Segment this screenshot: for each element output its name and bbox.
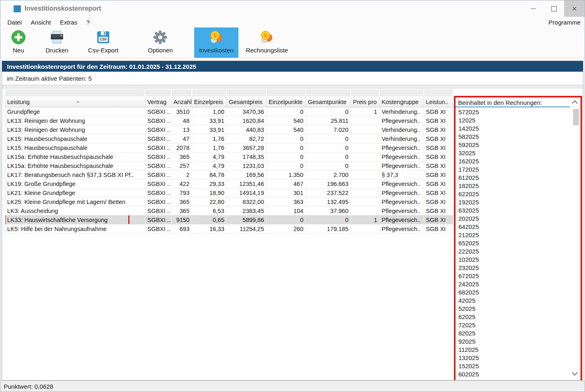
- invoice-number-item[interactable]: 242025: [458, 280, 580, 288]
- cell[interactable]: 4,79: [192, 152, 227, 161]
- table-row[interactable]: LK19: Große GrundpflegeSGBXI ..42229,331…: [5, 179, 453, 188]
- cell[interactable]: 179.185: [306, 224, 351, 233]
- invoice-number-item[interactable]: 232025: [458, 264, 580, 272]
- cell[interactable]: SGBXI ..: [145, 179, 171, 188]
- cell[interactable]: 132.495: [306, 197, 351, 206]
- invoice-number-item[interactable]: 12025: [458, 116, 580, 125]
- cell[interactable]: SGBXI ..: [145, 161, 171, 170]
- maximize-button[interactable]: [544, 0, 564, 17]
- invoice-number-item[interactable]: 212025: [458, 231, 580, 239]
- table-row[interactable]: LK5: Hilfe bei der NahrungsaufnahmeSGBXI…: [5, 224, 453, 233]
- cell[interactable]: 5899,86: [227, 215, 266, 224]
- cell[interactable]: SGB XI: [424, 206, 453, 215]
- cell[interactable]: 84,78: [192, 170, 227, 179]
- invoice-number-item[interactable]: 622025: [458, 190, 580, 198]
- cell[interactable]: Verhinderung..: [379, 134, 424, 143]
- cell[interactable]: Pflegeversich..: [379, 152, 424, 161]
- cell[interactable]: [351, 170, 379, 179]
- cell[interactable]: Pflegeversich..: [379, 161, 424, 170]
- cell[interactable]: LK33: Hauswirtschaftliche Versorgung: [5, 215, 145, 224]
- cell[interactable]: 301: [266, 188, 306, 197]
- scroll-down-icon[interactable]: [573, 371, 577, 375]
- invoice-number-item[interactable]: 162025: [458, 157, 580, 165]
- cell[interactable]: SGB XI: [424, 134, 453, 143]
- invoice-number-item[interactable]: 102025: [458, 256, 580, 264]
- cell[interactable]: 540: [266, 116, 306, 125]
- cell[interactable]: 467: [266, 179, 306, 188]
- cell[interactable]: SGB XI: [424, 197, 453, 206]
- cell[interactable]: Pflegeversich..: [379, 206, 424, 215]
- table-row[interactable]: LK25: Kleine Grundpflege mit Lagern/ Bet…: [5, 197, 453, 206]
- invoice-number-item[interactable]: 62025: [458, 313, 580, 321]
- cell[interactable]: 0: [266, 161, 306, 170]
- cell[interactable]: [351, 197, 379, 206]
- invoice-number-item[interactable]: 592025: [458, 141, 580, 149]
- cell[interactable]: SGBXI ..: [145, 152, 171, 161]
- cell[interactable]: 0: [266, 134, 306, 143]
- cell[interactable]: SGB XI: [424, 152, 453, 161]
- cell[interactable]: SGB XI: [424, 224, 453, 233]
- table-row[interactable]: LK3: AusscheidungSGBXI ..3656,532383,451…: [5, 206, 453, 215]
- cell[interactable]: 33,91: [192, 116, 227, 125]
- cell[interactable]: 2078: [171, 143, 192, 152]
- menu-item-help[interactable]: ?: [82, 19, 94, 26]
- cell[interactable]: Pflegeversich..: [379, 224, 424, 233]
- column-header[interactable]: Preis pro: [351, 97, 379, 107]
- cell[interactable]: 2: [171, 170, 192, 179]
- print-button[interactable]: Drucken: [41, 27, 73, 58]
- cell[interactable]: LK15a: Erhöhte Hausbesuchspauschale: [5, 161, 145, 170]
- new-button[interactable]: Neu: [6, 27, 31, 58]
- invoice-number-item[interactable]: 42025: [458, 297, 580, 305]
- cell[interactable]: 1,76: [192, 134, 227, 143]
- table-row[interactable]: LK15: HausbesuchspauschaleSGBXI ..471,76…: [5, 134, 453, 143]
- invoice-number-item[interactable]: 202025: [458, 215, 580, 223]
- cell[interactable]: § 37,3: [379, 170, 424, 179]
- column-header[interactable]: Einzelpunkte: [266, 97, 306, 107]
- cell[interactable]: 2383,45: [227, 206, 266, 215]
- cell[interactable]: 1231,03: [227, 161, 266, 170]
- invoice-number-item[interactable]: 112025: [458, 346, 580, 354]
- menu-item-programme[interactable]: Programme: [549, 19, 580, 26]
- cell[interactable]: 0: [266, 143, 306, 152]
- cell[interactable]: 4,79: [192, 161, 227, 170]
- invoice-number-item[interactable]: 152025: [458, 362, 580, 370]
- cell[interactable]: LK19: Große Grundpflege: [5, 179, 145, 188]
- cell[interactable]: SGB XI: [424, 170, 453, 179]
- menu-item-ansicht[interactable]: Ansicht: [26, 19, 55, 26]
- invoice-number-item[interactable]: 52025: [458, 305, 580, 313]
- cell[interactable]: 1620,84: [227, 116, 266, 125]
- cell[interactable]: Pflegeversich..: [379, 143, 424, 152]
- invoice-number-item[interactable]: 142025: [458, 125, 580, 133]
- invoice-number-item[interactable]: 82025: [458, 329, 580, 338]
- cell[interactable]: LK15: Hausbesuchspauschale: [5, 143, 145, 152]
- cell[interactable]: SGBXI ..: [145, 134, 171, 143]
- cell[interactable]: SGB XI: [424, 107, 453, 116]
- invoice-number-item[interactable]: 642025: [458, 223, 580, 231]
- table-row[interactable]: LK13: Reinigen der WohnungSGBXI ..1333,9…: [5, 125, 453, 134]
- cell[interactable]: SGBXI ..: [145, 107, 171, 116]
- cell[interactable]: 0: [306, 134, 351, 143]
- cell[interactable]: 365: [171, 152, 192, 161]
- cell[interactable]: 0: [306, 161, 351, 170]
- column-header[interactable]: Kostengruppe: [379, 97, 424, 107]
- cell[interactable]: [351, 206, 379, 215]
- table-row[interactable]: LK33: Hauswirtschaftliche VersorgungSGBX…: [5, 215, 453, 224]
- table-row[interactable]: LK21: Kleine GrundpflegeSGBXI ..79318,90…: [5, 188, 453, 197]
- cell[interactable]: 0: [306, 143, 351, 152]
- column-header[interactable]: Leistung: [5, 97, 145, 107]
- table-row[interactable]: LK13: Reinigen der WohnungSGBXI ..4833,9…: [5, 116, 453, 125]
- cell[interactable]: 260: [266, 224, 306, 233]
- cell[interactable]: 422: [171, 179, 192, 188]
- invoice-number-item[interactable]: 672025: [458, 272, 580, 280]
- cell[interactable]: SGBXI ..: [145, 125, 171, 134]
- rechnungsliste-button[interactable]: $ Rechnungsliste: [241, 27, 293, 58]
- cell[interactable]: 0: [266, 152, 306, 161]
- cell[interactable]: 0: [306, 215, 351, 224]
- cell[interactable]: SGB XI: [424, 161, 453, 170]
- cell[interactable]: [351, 179, 379, 188]
- cell[interactable]: 365: [171, 197, 192, 206]
- cell[interactable]: SGB XI: [424, 143, 453, 152]
- invoice-number-item[interactable]: 612025: [458, 174, 580, 182]
- column-header[interactable]: Einzelpreis: [192, 97, 227, 107]
- table-row[interactable]: GrundpflegeSGBXI ..35101,003470,36001Ver…: [5, 107, 453, 116]
